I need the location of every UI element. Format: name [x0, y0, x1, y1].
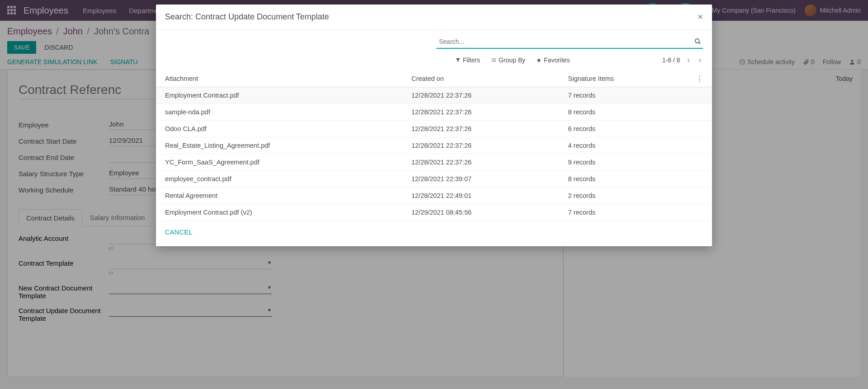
col-attachment[interactable]: Attachment [156, 70, 402, 87]
col-created[interactable]: Created on [402, 70, 559, 87]
cell-created: 12/28/2021 22:37:26 [402, 87, 559, 104]
filters-button[interactable]: Filters [455, 56, 480, 64]
cell-sig: 7 records [559, 204, 688, 221]
cell-attachment: Employment Contract.pdf [156, 87, 402, 104]
cell-created: 12/29/2021 08:45:56 [402, 204, 559, 221]
results-table: Attachment Created on Signature Items ⋮ … [156, 70, 712, 221]
table-row[interactable]: sample-nda.pdf12/28/2021 22:37:268 recor… [156, 104, 712, 121]
pager-next[interactable]: › [697, 55, 703, 65]
cell-sig: 8 records [559, 171, 688, 187]
groupby-button[interactable]: Group By [491, 56, 525, 64]
col-kebab[interactable]: ⋮ [687, 70, 712, 87]
favorites-button[interactable]: Favorites [536, 56, 570, 64]
cell-created: 12/28/2021 22:37:26 [402, 137, 559, 154]
cell-sig: 8 records [559, 104, 688, 121]
cell-attachment: employee_contract.pdf [156, 171, 402, 187]
cell-sig: 9 records [559, 154, 688, 171]
star-icon [536, 57, 542, 63]
cell-created: 12/28/2021 22:39:07 [402, 171, 559, 187]
pager-text: 1-8 / 8 [662, 56, 680, 64]
cell-attachment: YC_Form_SaaS_Agreement.pdf [156, 154, 402, 171]
col-sigitems[interactable]: Signature Items [559, 70, 688, 87]
table-row[interactable]: Employment Contract.pdf (v2)12/29/2021 0… [156, 204, 712, 221]
table-row[interactable]: employee_contract.pdf12/28/2021 22:39:07… [156, 171, 712, 187]
cell-sig: 2 records [559, 187, 688, 204]
search-icon[interactable] [694, 38, 701, 46]
table-row[interactable]: Employment Contract.pdf12/28/2021 22:37:… [156, 87, 712, 104]
search-input[interactable] [436, 35, 703, 49]
cell-attachment: Real_Estate_Listing_Agreement.pdf [156, 137, 402, 154]
modal-overlay: Search: Contract Update Document Templat… [0, 0, 868, 389]
svg-point-2 [695, 39, 699, 43]
modal-title: Search: Contract Update Document Templat… [165, 12, 329, 22]
search-modal: Search: Contract Update Document Templat… [156, 5, 712, 246]
cell-sig: 4 records [559, 137, 688, 154]
cell-created: 12/28/2021 22:37:26 [402, 121, 559, 137]
table-row[interactable]: Odoo CLA.pdf12/28/2021 22:37:266 records [156, 121, 712, 137]
table-row[interactable]: Rental Agreement12/28/2021 22:49:012 rec… [156, 187, 712, 204]
cell-created: 12/28/2021 22:49:01 [402, 187, 559, 204]
close-button[interactable]: × [698, 12, 703, 22]
filter-icon [455, 57, 461, 63]
list-icon [491, 57, 496, 63]
cell-sig: 6 records [559, 121, 688, 137]
pager-prev[interactable]: ‹ [685, 55, 691, 65]
cancel-button[interactable]: CANCEL [165, 229, 193, 236]
cell-attachment: Rental Agreement [156, 187, 402, 204]
cell-attachment: Odoo CLA.pdf [156, 121, 402, 137]
cell-attachment: Employment Contract.pdf (v2) [156, 204, 402, 221]
cell-attachment: sample-nda.pdf [156, 104, 402, 121]
table-row[interactable]: Real_Estate_Listing_Agreement.pdf12/28/2… [156, 137, 712, 154]
table-row[interactable]: YC_Form_SaaS_Agreement.pdf12/28/2021 22:… [156, 154, 712, 171]
cell-created: 12/28/2021 22:37:26 [402, 104, 559, 121]
cell-sig: 7 records [559, 87, 688, 104]
cell-created: 12/28/2021 22:37:26 [402, 154, 559, 171]
